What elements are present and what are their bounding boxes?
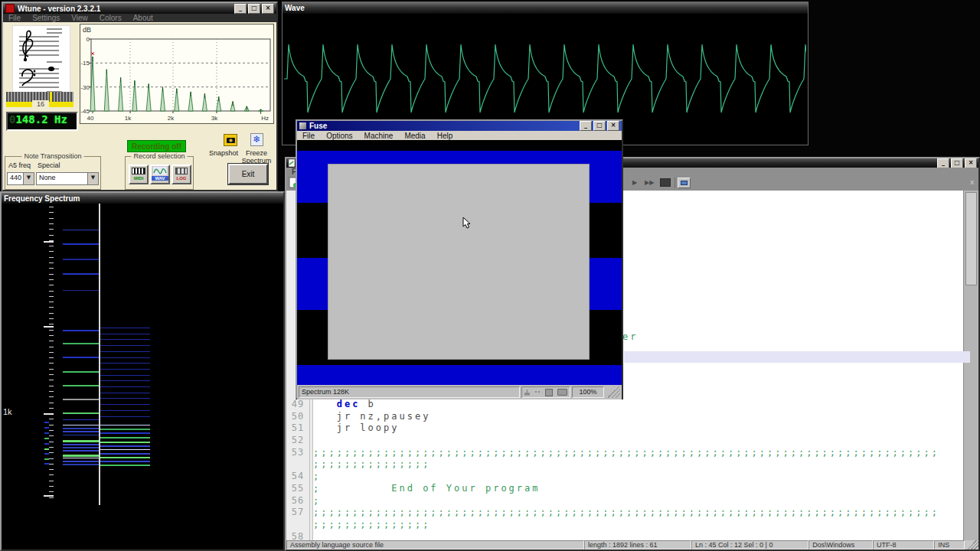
editor-minimize-button[interactable]: _ <box>937 158 949 168</box>
code-line[interactable] <box>310 531 313 540</box>
code-line[interactable]: ; End of Your program <box>310 483 541 495</box>
resize-grip[interactable] <box>965 540 978 549</box>
ruler-tick <box>49 442 54 442</box>
editor-row: 56; <box>286 495 967 507</box>
fuse-title: Fuse <box>309 122 327 130</box>
line-number <box>286 519 310 531</box>
snapshot-button[interactable] <box>224 134 237 146</box>
spectrogram-line <box>100 416 150 417</box>
ruler-tick <box>49 296 54 297</box>
ruler-tick <box>49 251 54 252</box>
fuse-maximize-button[interactable]: □ <box>593 121 606 131</box>
ruler-tick <box>49 391 54 392</box>
led-value: 148.2 Hz <box>15 113 67 126</box>
record-log-button[interactable]: LOG <box>172 165 191 184</box>
wtune-menu-item-file[interactable]: File <box>8 14 21 22</box>
wtune-title-bar[interactable]: Wtune - version 2.3.2.1 _ □ × <box>3 3 276 14</box>
fuse-menu-item-help[interactable]: Help <box>437 132 453 140</box>
wtune-close-button[interactable]: × <box>262 4 274 14</box>
code-line[interactable]: jr nz,pausey <box>310 411 430 423</box>
svg-text:3k: 3k <box>211 115 218 122</box>
fuse-window: Fuse _ □ × FileOptionsMachineMediaHelp S… <box>296 119 623 399</box>
svg-text:-45: -45 <box>80 108 90 115</box>
wave-title-bar[interactable]: Wave <box>283 2 808 14</box>
code-line[interactable]: jr loopy <box>310 422 399 435</box>
exit-button[interactable]: Exit <box>228 164 268 184</box>
fuse-menu-item-file[interactable]: File <box>302 132 315 140</box>
comment-text: ;;;;;;;;;;;;;;;;;;;;;;;;;;;;;;;;;;;;;;;;… <box>313 507 939 517</box>
spectrogram-line <box>100 461 150 462</box>
spectrogram-line <box>63 461 99 462</box>
view-icon[interactable] <box>678 178 691 188</box>
fuse-menu-item-machine[interactable]: Machine <box>364 132 394 140</box>
spectrogram-line <box>100 393 150 393</box>
spectrogram-line <box>100 363 150 364</box>
spectrogram-line <box>63 440 99 442</box>
freeze-spectrum-button[interactable]: ❄ <box>250 133 263 146</box>
wtune-menu-item-settings[interactable]: Settings <box>32 14 60 22</box>
code-line[interactable]: ;;;;;;;;;;;;;;; <box>310 458 430 471</box>
mouse-dots-icon <box>534 390 541 394</box>
toolbar-close-icon[interactable]: x <box>970 178 974 186</box>
special-select[interactable]: None ▼ <box>36 172 99 185</box>
run-icon[interactable]: ▶ <box>632 179 637 186</box>
code-line[interactable] <box>310 435 313 447</box>
wtune-menu-item-colors[interactable]: Colors <box>100 14 122 22</box>
fuse-title-bar[interactable]: Fuse _ □ × <box>297 121 622 131</box>
code-line[interactable]: ;;;;;;;;;;;;;;;;;;;;;;;;;;;;;;;;;;;;;;;;… <box>310 447 939 459</box>
code-line[interactable]: dec b <box>310 399 376 411</box>
fuse-menu-bar: FileOptionsMachineMediaHelp <box>297 131 622 140</box>
wtune-minimize-button[interactable]: _ <box>234 4 247 14</box>
resize-grip[interactable] <box>606 386 620 398</box>
record-wav-button[interactable]: WAV <box>150 165 170 184</box>
spectrogram-line <box>63 431 99 432</box>
code-line[interactable]: ;;;;;;;;;;;;;;;;;;;;;;;;;;;;;;;;;;;;;;;;… <box>310 507 939 519</box>
a5-freq-value: 440 <box>8 173 23 184</box>
spectrogram-line <box>100 398 150 399</box>
code-line[interactable]: ; <box>310 471 321 483</box>
svg-text:2k: 2k <box>168 115 175 122</box>
editor-visible-rows: 49 dec b50 jr nz,pausey51 jr loopy5253;;… <box>286 399 967 540</box>
ruler-tick <box>49 447 54 448</box>
ruler-major-tick <box>44 326 54 328</box>
fuse-close-button[interactable]: × <box>607 121 619 131</box>
ruler-tick <box>49 352 54 353</box>
spectrogram-dash <box>44 448 49 450</box>
spectrogram-line <box>63 435 99 435</box>
a5-freq-select[interactable]: 440 ▼ <box>7 172 34 185</box>
line-number: 54 <box>286 471 310 483</box>
ruler-tick <box>49 257 54 258</box>
spectrogram-line <box>100 334 150 334</box>
ruler-tick <box>49 246 54 246</box>
wtune-menu-item-view[interactable]: View <box>71 14 88 22</box>
code-line[interactable]: ;;;;;;;;;;;;;;; <box>310 519 430 531</box>
cursor-position-status: Ln : 45 Col : 12 Sel : 0 | 0 <box>691 540 808 549</box>
fuse-menu-item-media[interactable]: Media <box>404 132 425 140</box>
editor-maximize-button[interactable]: □ <box>951 158 963 168</box>
record-midi-button[interactable]: MIDI <box>129 165 149 184</box>
wtune-maximize-button[interactable]: □ <box>248 4 260 14</box>
editor-close-button[interactable]: × <box>965 158 977 168</box>
chevron-down-icon[interactable]: ▼ <box>87 173 98 184</box>
wtune-menu-item-about[interactable]: About <box>133 14 153 22</box>
fuse-menu-item-options[interactable]: Options <box>326 132 352 140</box>
code-line[interactable]: ; <box>310 495 321 507</box>
spectrogram-line <box>63 464 99 465</box>
fuse-minimize-button[interactable]: _ <box>580 121 592 131</box>
editor-row: 52 <box>286 435 967 447</box>
scrollbar-thumb[interactable] <box>965 192 977 285</box>
ruler-major-tick <box>44 413 54 415</box>
spectrogram-line <box>100 345 150 346</box>
recording-toggle-button[interactable]: Recording off <box>127 140 186 152</box>
stop-icon[interactable] <box>660 178 671 187</box>
frequency-spectrum-title-bar[interactable]: Frequency Spectrum <box>2 193 283 204</box>
musical-staff <box>12 25 70 93</box>
spectrogram-dash <box>44 463 49 465</box>
chevron-down-icon[interactable]: ▼ <box>23 173 34 184</box>
run-all-icon[interactable]: ▶▶ <box>645 179 654 186</box>
ruler-tick <box>49 408 54 409</box>
spectrogram-dash <box>44 453 49 455</box>
toolbar-divider <box>675 178 675 188</box>
keyword-text: dec <box>337 399 361 409</box>
emulator-display[interactable] <box>297 140 622 385</box>
